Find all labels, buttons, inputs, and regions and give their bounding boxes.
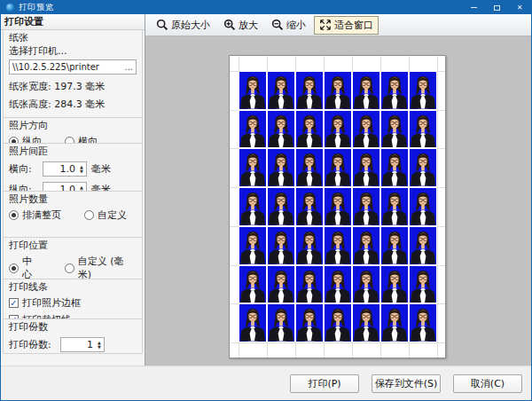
- id-photo: [267, 265, 295, 304]
- select-printer-label: 选择打印机...: [9, 44, 137, 58]
- minimize-button[interactable]: [462, 1, 485, 14]
- spacing-horizontal-row: 横向: 1.0 ▲▼ 毫米: [9, 161, 137, 177]
- group-paper: 纸张 选择打印机... \\10.2.5.225\printer ... 纸张宽…: [3, 29, 143, 118]
- id-photo: [239, 303, 267, 342]
- id-photo: [295, 265, 324, 304]
- zoom-in-button[interactable]: 放大: [218, 16, 263, 35]
- id-photo: [352, 110, 380, 149]
- save-to-file-button[interactable]: 保存到文件(S): [372, 374, 441, 393]
- id-photo: [352, 71, 380, 110]
- checkbox-photo-border-label: 打印照片边框: [22, 296, 81, 310]
- id-photo: [267, 148, 295, 187]
- id-photo: [267, 71, 295, 110]
- id-photo: [267, 110, 295, 149]
- fit-window-button[interactable]: 适合窗口: [314, 16, 379, 35]
- radio-selected-icon: [9, 210, 19, 220]
- id-photo: [352, 187, 380, 226]
- copies-value: 1: [61, 339, 95, 350]
- id-photo: [295, 303, 324, 342]
- radio-custom-position-label: 自定义 (毫米): [78, 255, 137, 279]
- paper-height-value: 284.3: [54, 98, 82, 110]
- settings-panel: 打印设置 纸张 选择打印机... \\10.2.5.225\printer ..…: [1, 14, 145, 366]
- settings-header: 打印设置: [1, 14, 145, 30]
- footer: 打印(P) 保存到文件(S) 取消(C): [1, 366, 531, 400]
- fit-window-icon: [319, 19, 332, 31]
- radio-fill-page[interactable]: 排满整页: [9, 208, 61, 222]
- id-photo: [239, 265, 267, 304]
- spinner-arrows[interactable]: ▲▼: [77, 165, 86, 174]
- close-icon: ✕: [517, 4, 523, 12]
- radio-center-label: 中心: [22, 255, 42, 279]
- id-photo: [295, 110, 324, 149]
- cut-line-vertical: [437, 56, 438, 358]
- id-photo: [324, 265, 352, 304]
- zoom-out-label: 缩小: [286, 19, 306, 32]
- id-photo: [409, 110, 437, 149]
- spin-down-icon[interactable]: ▼: [80, 169, 83, 174]
- id-photo: [352, 148, 380, 187]
- zoom-original-icon: [156, 19, 168, 31]
- paper-width-row: 纸张宽度: 197.3 毫米: [9, 81, 137, 92]
- group-print-lines-title: 打印线条: [9, 281, 137, 293]
- radio-custom-count[interactable]: 自定义: [84, 208, 127, 222]
- paper-width-value: 197.3: [54, 81, 82, 92]
- id-photo: [324, 110, 352, 149]
- id-photo: [295, 226, 324, 265]
- group-photo-orientation: 照片方向 纵向 横向: [3, 117, 143, 144]
- group-print-position-title: 打印位置: [9, 240, 137, 251]
- zoom-out-button[interactable]: 缩小: [266, 16, 311, 35]
- spacing-horizontal-spinbox[interactable]: 1.0 ▲▼: [43, 161, 87, 177]
- group-print-position: 打印位置 中心 自定义 (毫米): [3, 237, 143, 279]
- radio-center[interactable]: 中心: [9, 255, 42, 279]
- print-button[interactable]: 打印(P): [290, 374, 359, 393]
- id-photo: [239, 110, 267, 149]
- radio-unselected-icon: [84, 210, 94, 220]
- maximize-icon: [494, 5, 500, 11]
- group-copies: 打印份数 打印份数: 1 ▲▼: [3, 318, 143, 354]
- zoom-out-icon: [271, 19, 284, 31]
- printer-path-value: \\10.2.5.225\printer: [12, 62, 121, 72]
- cancel-button[interactable]: 取消(C): [453, 374, 522, 393]
- spin-down-icon[interactable]: ▼: [98, 345, 101, 350]
- copies-row: 打印份数: 1 ▲▼: [9, 336, 137, 353]
- printer-path-field[interactable]: \\10.2.5.225\printer ...: [9, 59, 137, 75]
- id-photo: [239, 187, 267, 226]
- id-photo: [380, 303, 409, 342]
- spacing-horizontal-value: 1.0: [43, 163, 77, 175]
- window-title: 打印预览: [19, 2, 462, 13]
- checkbox-photo-border[interactable]: 打印照片边框: [9, 296, 137, 310]
- paper-width-unit: 毫米: [85, 81, 105, 92]
- group-print-lines: 打印线条 打印照片边框 打印裁切线: [3, 279, 143, 319]
- radio-custom-position[interactable]: 自定义 (毫米): [65, 255, 137, 279]
- close-button[interactable]: ✕: [508, 1, 531, 14]
- zoom-in-icon: [223, 19, 236, 31]
- id-photo: [324, 148, 352, 187]
- id-photo: [324, 187, 352, 226]
- radio-custom-count-label: 自定义: [98, 208, 127, 222]
- group-photo-orientation-title: 照片方向: [9, 120, 137, 131]
- id-photo: [409, 71, 437, 110]
- cut-line-horizontal: [230, 342, 445, 343]
- radio-fill-page-label: 排满整页: [22, 208, 61, 222]
- id-photo: [380, 187, 409, 226]
- zoom-original-button[interactable]: 原始大小: [151, 16, 215, 35]
- id-photo: [380, 110, 409, 149]
- id-photo: [409, 226, 437, 265]
- id-photo: [239, 226, 267, 265]
- copies-spinbox[interactable]: 1 ▲▼: [60, 337, 105, 352]
- maximize-button[interactable]: [485, 1, 508, 14]
- id-photo: [352, 303, 380, 342]
- zoom-in-label: 放大: [239, 19, 258, 32]
- fit-window-label: 适合窗口: [334, 19, 373, 32]
- spinner-arrows[interactable]: ▲▼: [95, 341, 104, 350]
- paper-width-label: 纸张宽度:: [9, 81, 51, 92]
- paper-height-unit: 毫米: [85, 98, 105, 110]
- id-photo: [380, 71, 409, 110]
- group-copies-title: 打印份数: [9, 321, 137, 333]
- group-photo-spacing: 照片间距 横向: 1.0 ▲▼ 毫米 纵向: 1.0 ▲▼ 毫米: [3, 143, 143, 192]
- browse-button[interactable]: ...: [121, 62, 133, 72]
- id-photo: [409, 148, 437, 187]
- group-paper-title: 纸张: [9, 32, 137, 43]
- id-photo: [324, 71, 352, 110]
- id-photo: [239, 148, 267, 187]
